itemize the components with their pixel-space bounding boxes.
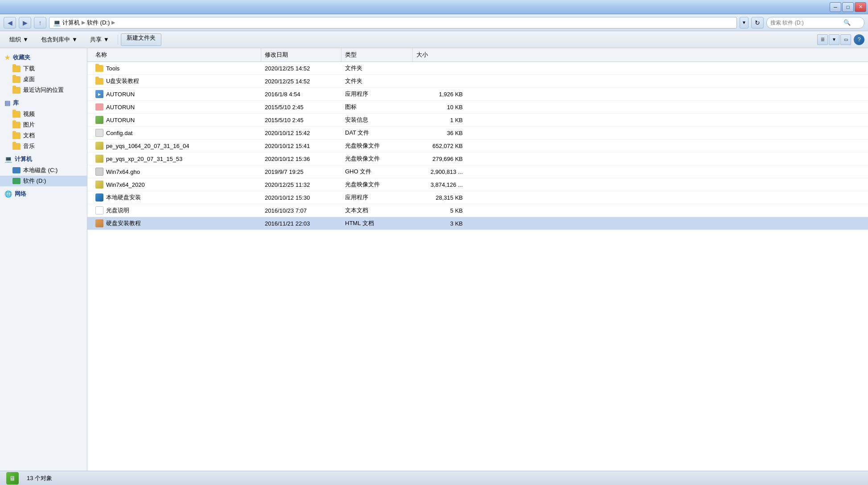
column-headers: 名称 修改日期 类型 大小	[87, 48, 868, 62]
file-name: pe_yqs_1064_20_07_31_16_04	[92, 140, 261, 152]
view-arrow-button[interactable]: ▼	[829, 34, 839, 45]
col-name[interactable]: 名称	[92, 48, 261, 62]
file-type: 文本文档	[341, 204, 413, 217]
table-row[interactable]: AUTORUN 2015/5/10 2:45 图标 10 KB	[87, 101, 868, 114]
local-c-label: 本地磁盘 (C:)	[23, 166, 58, 174]
back-button[interactable]: ◀	[4, 17, 16, 29]
sidebar-item-video[interactable]: 视频	[0, 109, 87, 119]
share-button[interactable]: 共享 ▼	[84, 33, 115, 46]
table-row[interactable]: Win7x64.gho 2019/9/7 19:25 GHO 文件 2,900,…	[87, 165, 868, 178]
folder-icon	[12, 111, 21, 118]
favorites-label: 收藏夹	[13, 53, 30, 62]
file-type: HTML 文档	[341, 217, 413, 230]
file-type: 光盘映像文件	[341, 178, 413, 191]
titlebar: ─ □ ✕	[0, 0, 868, 14]
file-size-text: 10 KB	[447, 104, 463, 111]
table-row[interactable]: U盘安装教程 2020/12/25 14:52 文件夹	[87, 75, 868, 88]
file-name-text: Config.dat	[106, 130, 132, 136]
sidebar-item-download[interactable]: 下载	[0, 63, 87, 74]
file-name: pe_yqs_xp_20_07_31_15_53	[92, 152, 261, 165]
col-type[interactable]: 类型	[341, 48, 413, 62]
download-label: 下载	[23, 65, 35, 73]
file-name: AUTORUN	[92, 114, 261, 126]
file-modified-text: 2015/5/10 2:45	[265, 104, 304, 111]
table-row[interactable]: 本地硬盘安装 2020/10/12 15:30 应用程序 28,315 KB	[87, 191, 868, 204]
computer-icon: 💻	[4, 156, 12, 163]
file-modified: 2015/5/10 2:45	[261, 114, 341, 126]
file-name: Tools	[92, 62, 261, 74]
network-icon: 🌐	[4, 190, 12, 197]
sidebar-item-music[interactable]: 音乐	[0, 141, 87, 152]
file-size: 36 KB	[413, 127, 466, 139]
sidebar-library-header[interactable]: ▤ 库	[0, 97, 87, 109]
txt-icon	[95, 206, 103, 214]
sidebar-computer-header[interactable]: 💻 计算机	[0, 153, 87, 165]
forward-button[interactable]: ▶	[19, 17, 31, 29]
file-type-text: 光盘映像文件	[345, 181, 380, 189]
preview-button[interactable]: ▭	[840, 34, 851, 45]
breadcrumb-computer[interactable]: 计算机	[62, 19, 80, 27]
file-type-text: 图标	[345, 103, 357, 111]
table-row[interactable]: Config.dat 2020/10/12 15:42 DAT 文件 36 KB	[87, 127, 868, 140]
table-row[interactable]: 硬盘安装教程 2016/11/21 22:03 HTML 文档 3 KB	[87, 217, 868, 230]
sidebar-favorites-header[interactable]: ★ 收藏夹	[0, 52, 87, 63]
address-dropdown[interactable]: ▼	[740, 17, 749, 29]
file-size-text: 279,696 KB	[432, 156, 463, 162]
organize-button[interactable]: 组织 ▼	[4, 33, 34, 46]
sidebar-item-recent[interactable]: 最近访问的位置	[0, 85, 87, 95]
maximize-button[interactable]: □	[842, 2, 854, 12]
search-input[interactable]	[770, 20, 842, 26]
col-modified[interactable]: 修改日期	[261, 48, 341, 62]
file-size-text: 3 KB	[450, 220, 463, 227]
table-row[interactable]: pe_yqs_1064_20_07_31_16_04 2020/10/12 15…	[87, 140, 868, 152]
sidebar-item-images[interactable]: 图片	[0, 119, 87, 130]
table-row[interactable]: AUTORUN 2016/1/8 4:54 应用程序 1,926 KB	[87, 88, 868, 101]
refresh-button[interactable]: ↻	[751, 17, 764, 29]
breadcrumb-drive[interactable]: 软件 (D:)	[87, 19, 110, 27]
file-modified-text: 2020/10/12 15:42	[265, 130, 310, 136]
sidebar-item-docs[interactable]: 文档	[0, 130, 87, 141]
minimize-button[interactable]: ─	[830, 2, 841, 12]
col-size[interactable]: 大小	[413, 48, 466, 62]
file-modified: 2020/12/25 11:32	[261, 178, 341, 191]
file-size	[413, 62, 466, 74]
table-row[interactable]: pe_yqs_xp_20_07_31_15_53 2020/10/12 15:3…	[87, 152, 868, 165]
table-row[interactable]: Tools 2020/12/25 14:52 文件夹	[87, 62, 868, 75]
sidebar-item-software-d[interactable]: 软件 (D:)	[0, 176, 87, 186]
file-modified: 2020/12/25 14:52	[261, 75, 341, 87]
file-name: U盘安装教程	[92, 75, 261, 87]
view-toggle-button[interactable]: ☰	[817, 34, 828, 45]
close-button[interactable]: ✕	[855, 2, 866, 12]
table-row[interactable]: AUTORUN 2015/5/10 2:45 安装信息 1 KB	[87, 114, 868, 127]
file-list: Tools 2020/12/25 14:52 文件夹 U盘安装教程 2020/1…	[87, 62, 868, 471]
sidebar-item-desktop[interactable]: 桌面	[0, 74, 87, 85]
table-row[interactable]: Win7x64_2020 2020/12/25 11:32 光盘映像文件 3,8…	[87, 178, 868, 191]
include-library-label: 包含到库中	[41, 36, 70, 44]
breadcrumb[interactable]: 💻 计算机 ▶ 软件 (D:) ▶	[49, 17, 737, 29]
up-button[interactable]: ↑	[34, 17, 46, 29]
folder-icon	[12, 76, 21, 83]
toolbar-separator	[118, 35, 118, 45]
breadcrumb-sep2: ▶	[111, 20, 115, 25]
file-name-text: pe_yqs_xp_20_07_31_15_53	[106, 156, 182, 162]
library-icon: ▤	[4, 99, 10, 107]
file-size-text: 3,874,126 ...	[431, 181, 463, 188]
help-button[interactable]: ?	[854, 34, 864, 45]
sidebar-item-local-c[interactable]: 本地磁盘 (C:)	[0, 165, 87, 176]
table-row[interactable]: 光盘说明 2016/10/23 7:07 文本文档 5 KB	[87, 204, 868, 217]
file-modified-text: 2020/12/25 11:32	[265, 181, 310, 188]
folder-icon	[12, 122, 21, 128]
file-type-text: 安装信息	[345, 116, 368, 124]
sidebar-network-header[interactable]: 🌐 网络	[0, 188, 87, 200]
file-name-text: AUTORUN	[106, 91, 135, 98]
new-folder-button[interactable]: 新建文件夹	[121, 33, 161, 46]
file-modified-text: 2020/10/12 15:41	[265, 143, 310, 149]
sidebar: ★ 收藏夹 下载 桌面 最近访问的位置 ▤ 库	[0, 48, 87, 471]
file-type-text: DAT 文件	[345, 129, 369, 137]
setup-icon	[95, 116, 103, 124]
file-type: 文件夹	[341, 75, 413, 87]
include-library-button[interactable]: 包含到库中 ▼	[35, 33, 83, 46]
file-name: 本地硬盘安装	[92, 191, 261, 204]
sidebar-section-favorites: ★ 收藏夹 下载 桌面 最近访问的位置	[0, 52, 87, 95]
file-name: 硬盘安装教程	[92, 217, 261, 230]
